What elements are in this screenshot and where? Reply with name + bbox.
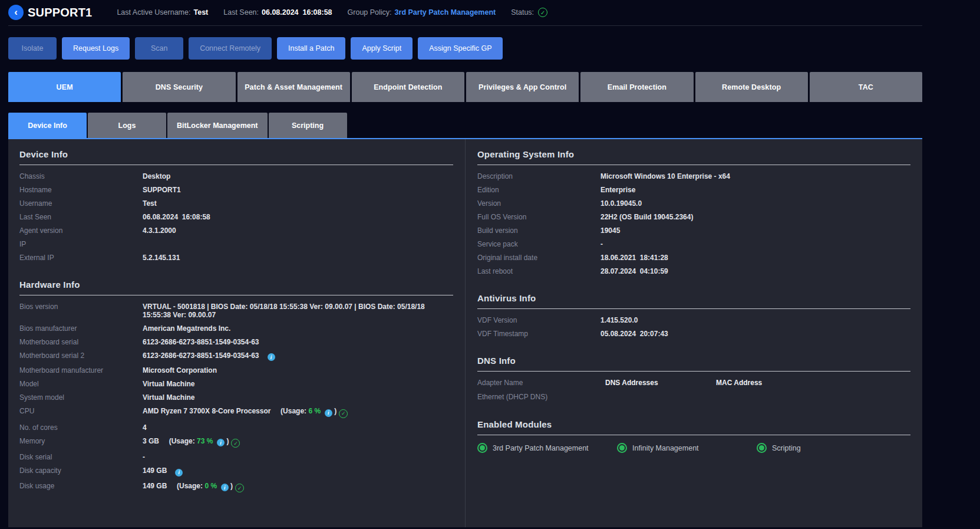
- meta-label: Group Policy:: [348, 8, 392, 17]
- right-pane: Operating System Info Description Micros…: [466, 139, 922, 527]
- page: ‹ SUPPORT1 Last Active Username: Test La…: [8, 0, 922, 527]
- info-row: Hostname SUPPORT1: [19, 183, 453, 196]
- row-value-text: AMD Ryzen 7 3700X 8-Core Processor: [143, 407, 270, 415]
- action-button[interactable]: Request Logs: [62, 37, 130, 60]
- sub-tab[interactable]: Device Info: [8, 113, 87, 138]
- antivirus-info-section: Antivirus Info VDF Version 1.415.520.0 V…: [477, 293, 910, 340]
- action-button[interactable]: Connect Remotely: [189, 37, 272, 60]
- row-label: Original install date: [477, 254, 600, 262]
- module-enabled-icon: [757, 443, 767, 453]
- row-value-text: 149 GB: [143, 466, 167, 475]
- row-value: 18.06.2021 18:41:28: [600, 254, 910, 262]
- row-value-text: 1.415.520.0: [600, 316, 638, 324]
- row-label: IP: [19, 240, 143, 248]
- meta-status: Status: ✓: [511, 8, 547, 17]
- action-button[interactable]: Install a Patch: [277, 37, 346, 60]
- row-value: Test: [143, 199, 453, 208]
- info-icon[interactable]: i: [175, 469, 183, 477]
- hardware-info-rows: Bios version VRTUAL - 5001818 | BIOS Dat…: [19, 300, 453, 495]
- row-label: Edition: [477, 186, 600, 194]
- row-value: Virtual Machine (Usage: i )i✓: [143, 380, 453, 388]
- dns-addresses: [605, 393, 716, 402]
- action-button[interactable]: Assign Specific GP: [418, 37, 503, 60]
- info-row: IP: [19, 237, 453, 251]
- row-value-text: 18.06.2021 18:41:28: [600, 254, 668, 262]
- header-meta: Last Active Username: Test Last Seen: 06…: [117, 8, 547, 17]
- row-label: Memory: [19, 437, 143, 448]
- meta-last-seen: Last Seen: 06.08.2024 16:08:58: [223, 8, 332, 17]
- main-tab[interactable]: Patch & Asset Management: [237, 72, 350, 102]
- section-title: DNS Info: [477, 356, 910, 372]
- row-value: 06.08.2024 16:08:58: [143, 213, 453, 221]
- main-tab[interactable]: Privileges & App Control: [466, 72, 579, 102]
- row-value-text: 28.07.2024 04:10:59: [600, 267, 668, 275]
- row-value-text: SUPPORT1: [143, 186, 181, 194]
- row-value: 1.415.520.0: [600, 316, 910, 324]
- info-icon[interactable]: i: [217, 439, 225, 446]
- main-tab[interactable]: Remote Desktop: [695, 72, 808, 102]
- group-policy-link[interactable]: 3rd Party Patch Management: [395, 8, 496, 17]
- row-value-text: Enterprise: [600, 186, 635, 194]
- action-buttons: Isolate Request Logs Scan Connect Remote…: [8, 37, 922, 60]
- row-label: Hostname: [19, 186, 143, 194]
- sub-tab[interactable]: BitLocker Management: [167, 113, 268, 138]
- enabled-modules-section: Enabled Modules 3rd Party Patch Manageme…: [477, 419, 910, 453]
- section-title: Enabled Modules: [477, 419, 910, 435]
- info-row: External IP 5.2.145.131: [19, 251, 453, 264]
- back-button[interactable]: ‹: [8, 5, 24, 20]
- action-button[interactable]: Isolate: [8, 37, 57, 60]
- sub-tab[interactable]: Logs: [88, 113, 166, 138]
- page-title: SUPPORT1: [28, 6, 92, 19]
- module-enabled-icon: [617, 443, 627, 453]
- main-tab[interactable]: Endpoint Detection: [352, 72, 464, 102]
- module-label: 3rd Party Patch Management: [493, 444, 589, 452]
- row-value-text: VRTUAL - 5001818 | BIOS Date: 05/18/18 1…: [143, 303, 427, 319]
- info-icon[interactable]: i: [221, 484, 229, 491]
- info-row: Bios manufacturer American Megatrends In…: [19, 321, 453, 335]
- meta-label: Status:: [511, 8, 534, 17]
- usage-close-paren: ): [334, 407, 336, 415]
- info-icon[interactable]: i: [325, 409, 332, 417]
- row-label: Build version: [477, 226, 600, 235]
- main-tab[interactable]: TAC: [810, 72, 922, 102]
- row-value: 6123-2686-6273-8851-1549-0354-63 (Usage:…: [143, 351, 453, 362]
- module-enabled-dot: [759, 445, 764, 451]
- action-button[interactable]: Scan: [135, 37, 183, 60]
- module-label: Infinity Management: [632, 444, 699, 452]
- row-value-text: 22H2 (OS Build 19045.2364): [600, 213, 693, 221]
- module-enabled-dot: [480, 445, 485, 451]
- main-tab[interactable]: DNS Security: [123, 72, 235, 102]
- row-value-text: Virtual Machine: [143, 393, 194, 402]
- row-label: Username: [19, 199, 143, 208]
- row-value-text: 06.08.2024 16:08:58: [143, 213, 210, 221]
- enabled-module-item: 3rd Party Patch Management: [477, 443, 617, 453]
- info-row: Build version 19045: [477, 224, 910, 237]
- info-row: Disk usage 149 GB (Usage: 0 % i )i✓: [19, 479, 453, 495]
- row-value: 4 (Usage: i )i✓: [143, 423, 453, 432]
- row-value-text: 6123-2686-6273-8851-1549-0354-63: [143, 338, 259, 346]
- main-tab[interactable]: UEM: [8, 72, 121, 102]
- info-row: Chassis Desktop: [19, 169, 453, 183]
- row-value-text: 19045: [600, 226, 620, 235]
- row-label: Service pack: [477, 240, 600, 248]
- usage-label: (Usage:: [169, 437, 195, 445]
- health-check-icon: ✓: [235, 484, 244, 492]
- dns-info-section: DNS Info Adapter Name DNS Addresses MAC …: [477, 356, 910, 404]
- row-label: Agent version: [19, 226, 143, 235]
- action-button[interactable]: Apply Script: [351, 37, 413, 60]
- sub-tab-bar: Device Info Logs BitLocker Management Sc…: [8, 113, 922, 139]
- dns-mac-address: [716, 393, 910, 402]
- main-tab[interactable]: Email Protection: [580, 72, 693, 102]
- info-row: Motherboard manufacturer Microsoft Corpo…: [19, 364, 453, 377]
- row-value: 5.2.145.131: [143, 254, 453, 262]
- row-label: Disk usage: [19, 482, 143, 493]
- info-row: Last Seen 06.08.2024 16:08:58: [19, 210, 453, 224]
- content-area: Device Info Chassis Desktop Hostname SUP…: [8, 139, 922, 527]
- info-row: VDF Version 1.415.520.0: [477, 313, 910, 327]
- usage-group: (Usage: 73 % i ): [159, 437, 229, 445]
- info-icon[interactable]: i: [268, 353, 275, 361]
- row-label: Disk capacity: [19, 466, 143, 477]
- os-info-rows: Description Microsoft Windows 10 Enterpr…: [477, 169, 910, 278]
- row-value: 28.07.2024 04:10:59: [600, 267, 910, 275]
- sub-tab[interactable]: Scripting: [269, 113, 347, 138]
